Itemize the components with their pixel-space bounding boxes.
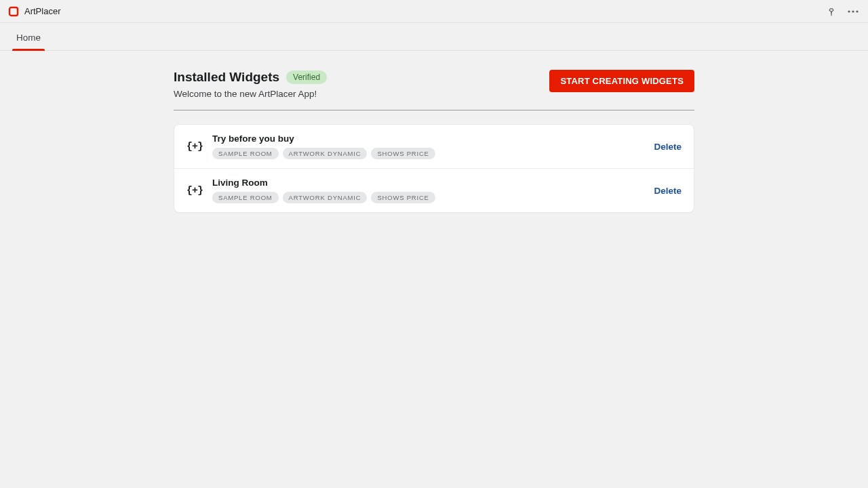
page-title: Installed Widgets [174, 70, 279, 85]
brand: ArtPlacer [8, 6, 60, 17]
tab-bar: Home [0, 23, 868, 51]
more-icon[interactable] [846, 5, 860, 18]
widget-row[interactable]: {+} Try before you buy SAMPLE ROOM ARTWO… [174, 125, 694, 168]
header-divider [174, 110, 694, 110]
delete-button[interactable]: Delete [654, 142, 682, 152]
widget-row[interactable]: {+} Living Room SAMPLE ROOM ARTWORK DYNA… [174, 168, 694, 212]
tab-label: Home [16, 33, 41, 43]
svg-rect-0 [9, 7, 18, 16]
widget-tag: ARTWORK DYNAMIC [283, 148, 368, 159]
widget-list: {+} Try before you buy SAMPLE ROOM ARTWO… [174, 124, 694, 213]
topbar-actions [825, 5, 860, 18]
widget-tag: SAMPLE ROOM [212, 148, 279, 159]
verified-badge: Verified [286, 70, 327, 84]
container: Installed Widgets Verified Welcome to th… [174, 70, 694, 213]
widget-tag: SAMPLE ROOM [212, 192, 279, 203]
page-header-left: Installed Widgets Verified Welcome to th… [174, 70, 327, 99]
svg-point-3 [852, 10, 854, 12]
widget-tag: SHOWS PRICE [371, 148, 435, 159]
page-header: Installed Widgets Verified Welcome to th… [174, 70, 694, 99]
topbar: ArtPlacer [0, 0, 868, 23]
widget-main: Try before you buy SAMPLE ROOM ARTWORK D… [212, 134, 643, 159]
tab-home[interactable]: Home [12, 25, 45, 50]
svg-point-4 [856, 10, 858, 12]
start-creating-widgets-button[interactable]: START CREATING WIDGETS [549, 70, 694, 92]
widget-icon: {+} [186, 141, 201, 152]
widget-tags: SAMPLE ROOM ARTWORK DYNAMIC SHOWS PRICE [212, 148, 643, 159]
app-logo-icon [8, 6, 19, 17]
content-area: Installed Widgets Verified Welcome to th… [0, 51, 868, 213]
widget-title: Try before you buy [212, 134, 643, 144]
widget-tag: ARTWORK DYNAMIC [283, 192, 368, 203]
widget-tags: SAMPLE ROOM ARTWORK DYNAMIC SHOWS PRICE [212, 192, 643, 203]
title-line: Installed Widgets Verified [174, 70, 327, 85]
app-name: ArtPlacer [24, 6, 60, 16]
widget-title: Living Room [212, 178, 643, 188]
pin-icon[interactable] [825, 5, 838, 18]
svg-point-2 [848, 10, 850, 12]
widget-icon: {+} [186, 185, 201, 197]
page-subtitle: Welcome to the new ArtPlacer App! [174, 89, 327, 99]
widget-tag: SHOWS PRICE [371, 192, 435, 203]
delete-button[interactable]: Delete [654, 186, 682, 196]
widget-main: Living Room SAMPLE ROOM ARTWORK DYNAMIC … [212, 178, 643, 203]
